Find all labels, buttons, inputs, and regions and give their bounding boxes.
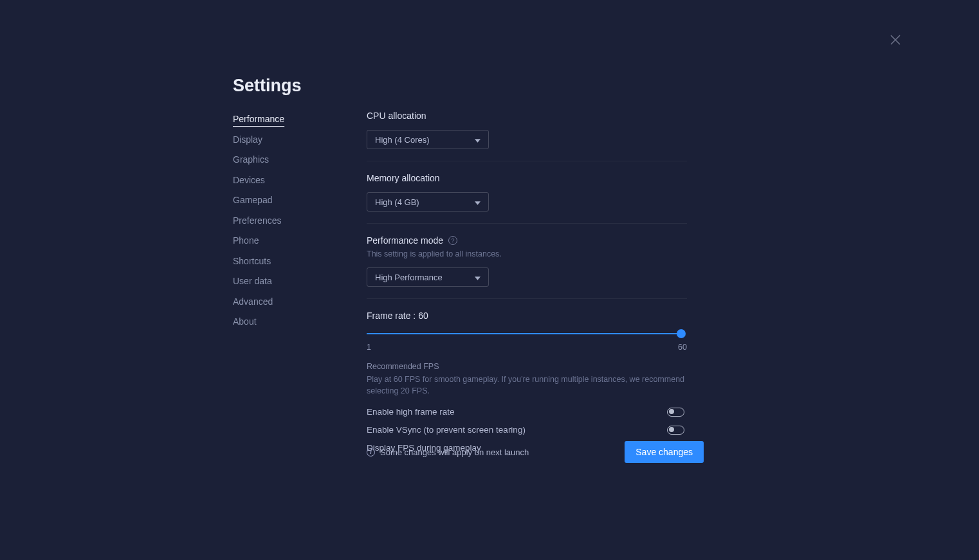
sidebar-item-gamepad[interactable]: Gamepad [233, 195, 336, 205]
settings-sidebar: Performance Display Graphics Devices Gam… [233, 114, 336, 337]
page-title: Settings [233, 76, 302, 96]
toggle-row-vsync: Enable VSync (to prevent screen tearing) [367, 425, 684, 435]
slider-track-line [367, 333, 684, 334]
save-changes-button[interactable]: Save changes [625, 441, 704, 463]
cpu-allocation-label: CPU allocation [367, 111, 687, 121]
frame-rate-min: 1 [367, 343, 371, 352]
high-frame-rate-toggle[interactable] [667, 408, 684, 417]
sidebar-item-devices[interactable]: Devices [233, 175, 336, 185]
footer-note: i Some changes will apply on next launch [367, 447, 529, 457]
toggle-row-high-frame: Enable high frame rate [367, 407, 684, 417]
footer: i Some changes will apply on next launch… [367, 441, 704, 463]
performance-mode-value: High Performance [375, 273, 443, 282]
recommended-fps-desc: Play at 60 FPS for smooth gameplay. If y… [367, 374, 687, 397]
help-icon[interactable]: ? [448, 236, 457, 245]
close-button[interactable] [889, 33, 902, 46]
footer-note-text: Some changes will apply on next launch [380, 447, 529, 457]
sidebar-item-phone[interactable]: Phone [233, 235, 336, 246]
chevron-down-icon [475, 197, 480, 207]
sidebar-item-graphics[interactable]: Graphics [233, 154, 336, 165]
sidebar-item-about[interactable]: About [233, 316, 336, 327]
cpu-allocation-value: High (4 Cores) [375, 135, 430, 145]
sidebar-item-performance[interactable]: Performance [233, 114, 336, 124]
sidebar-item-user-data[interactable]: User data [233, 276, 336, 286]
vsync-label: Enable VSync (to prevent screen tearing) [367, 425, 526, 435]
toggle-knob [669, 427, 674, 432]
sidebar-item-shortcuts[interactable]: Shortcuts [233, 256, 336, 266]
toggle-knob [669, 409, 674, 414]
frame-rate-label: Frame rate : 60 [367, 311, 687, 321]
memory-allocation-select[interactable]: High (4 GB) [367, 192, 489, 212]
frame-rate-slider[interactable] [367, 327, 684, 340]
performance-mode-select[interactable]: High Performance [367, 267, 489, 287]
chevron-down-icon [475, 273, 480, 282]
high-frame-rate-label: Enable high frame rate [367, 407, 455, 417]
close-icon [889, 33, 902, 46]
chevron-down-icon [475, 135, 480, 145]
cpu-allocation-section: CPU allocation High (4 Cores) [367, 111, 687, 161]
performance-mode-section: Performance mode ? This setting is appli… [367, 235, 687, 299]
memory-allocation-section: Memory allocation High (4 GB) [367, 173, 687, 224]
sidebar-item-advanced[interactable]: Advanced [233, 296, 336, 307]
settings-content: CPU allocation High (4 Cores) Memory all… [367, 111, 687, 469]
frame-rate-max: 60 [678, 343, 687, 352]
slider-thumb[interactable] [677, 329, 686, 338]
memory-allocation-label: Memory allocation [367, 173, 687, 183]
info-icon: i [367, 448, 375, 456]
sidebar-item-display[interactable]: Display [233, 134, 336, 145]
memory-allocation-value: High (4 GB) [375, 197, 419, 207]
recommended-fps-title: Recommended FPS [367, 362, 687, 371]
performance-mode-label: Performance mode ? [367, 235, 687, 246]
cpu-allocation-select[interactable]: High (4 Cores) [367, 130, 489, 149]
performance-mode-sublabel: This setting is applied to all instances… [367, 249, 687, 258]
vsync-toggle[interactable] [667, 426, 684, 435]
sidebar-item-preferences[interactable]: Preferences [233, 215, 336, 226]
